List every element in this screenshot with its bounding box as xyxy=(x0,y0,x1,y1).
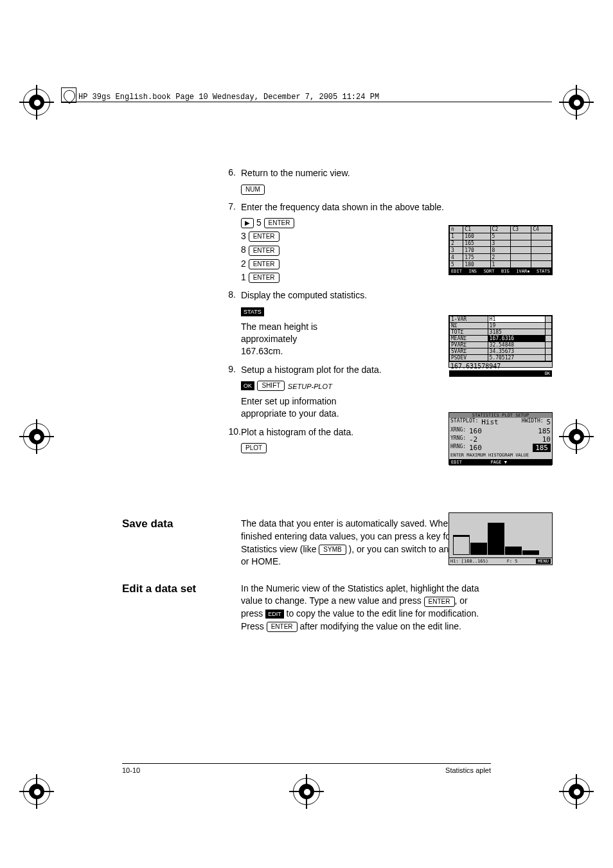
header-text: HP 39gs English.book Page 10 Wednesday, … xyxy=(78,93,379,102)
step-6-num: 6. xyxy=(122,167,241,179)
step-10-num: 10. xyxy=(122,426,241,439)
num-key: NUM xyxy=(241,185,265,195)
step-9-num: 9. xyxy=(122,364,241,376)
symb-key: SYMB xyxy=(319,545,346,555)
chapter-name: Statistics aplet xyxy=(445,766,491,774)
enter-key: ENTER xyxy=(249,273,280,283)
calc-screenshot-numeric-view: nC1C2C3C4 11605 21653 31708 41752 51801 … xyxy=(449,225,553,275)
book-icon xyxy=(61,87,76,103)
stats-softkey: STATS xyxy=(241,307,264,316)
edit-dataset-heading: Edit a data set xyxy=(122,583,235,595)
registration-mark-bc xyxy=(293,778,320,805)
step-9-body: Enter set up information appropriate to … xyxy=(241,396,339,419)
registration-mark-mr xyxy=(563,423,590,450)
setup-plot-label: SETUP-PLOT xyxy=(288,383,332,390)
right-arrow-key: ▶ xyxy=(241,218,254,228)
step-7-num: 7. xyxy=(122,201,241,213)
edit-softkey: EDIT xyxy=(265,610,284,619)
enter-key: ENTER xyxy=(267,622,298,632)
digit-8: 8 xyxy=(241,244,246,255)
registration-mark-ml xyxy=(23,423,50,450)
enter-key: ENTER xyxy=(249,231,280,242)
registration-mark-bl xyxy=(23,778,50,805)
step-6-text: Return to the numeric view. xyxy=(241,167,492,179)
step-7-text: Enter the frequency data shown in the ab… xyxy=(241,201,492,213)
calc-screenshot-plot-setup: STATISTICS PLOT SETUP STATPLOT: HistHWID… xyxy=(449,412,553,465)
calc-screenshot-histogram: H1: [160..165) F: 5 MENU xyxy=(449,512,553,565)
page-number: 10-10 xyxy=(122,766,140,774)
calc-screenshot-stats: 1-VARH1 NΣ19 TOTΣ3185 MEANΣ167.6316 PVAR… xyxy=(449,315,553,368)
enter-key: ENTER xyxy=(249,246,280,256)
registration-mark-tr xyxy=(563,89,590,116)
footer-rule xyxy=(122,763,491,764)
header-rule xyxy=(61,102,552,102)
registration-mark-br xyxy=(563,778,590,805)
step-8-num: 8. xyxy=(122,289,241,302)
digit-2: 2 xyxy=(241,258,246,269)
digit-1: 1 xyxy=(241,272,246,282)
digit-3: 3 xyxy=(241,231,246,241)
shift-key: SHIFT xyxy=(257,381,285,391)
plot-key: PLOT xyxy=(241,443,267,453)
enter-key: ENTER xyxy=(249,259,280,269)
enter-key: ENTER xyxy=(424,597,455,607)
save-data-heading: Save data xyxy=(122,518,235,530)
edit-dataset-body: In the Numeric view of the Statistics ap… xyxy=(241,583,492,633)
ok-softkey: OK xyxy=(241,381,254,390)
enter-key: ENTER xyxy=(264,218,295,228)
registration-mark-tl xyxy=(23,89,50,116)
step-8-text: Display the computed statistics. xyxy=(241,289,492,302)
digit-5: 5 xyxy=(256,217,262,228)
step-8-body: The mean height is approximately 167.63c… xyxy=(241,321,337,357)
page-content: 6. Return to the numeric view. NUM 7. En… xyxy=(122,167,492,633)
